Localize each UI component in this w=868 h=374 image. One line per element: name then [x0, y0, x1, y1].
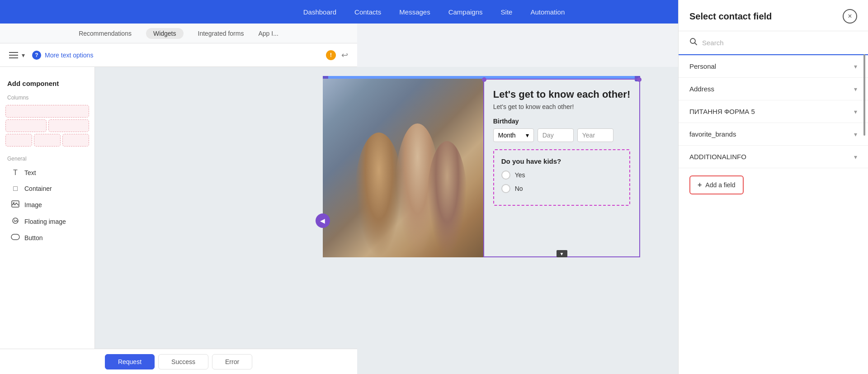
component-floating-image[interactable]: Floating image [4, 213, 91, 230]
yes-option[interactable]: Yes [501, 170, 623, 180]
yes-label: Yes [515, 171, 525, 179]
general-section-label: General [0, 152, 94, 165]
right-panel-title: Select contact field [689, 11, 772, 22]
address-label: Address [689, 85, 714, 93]
personal-label: Personal [689, 62, 716, 70]
favorite-brands-chevron: ▾ [854, 131, 857, 138]
add-field-button[interactable]: + Add a field [689, 175, 744, 194]
component-text[interactable]: T Text [4, 165, 91, 180]
subnav-app[interactable]: App I... [258, 30, 278, 37]
people-image [323, 79, 483, 257]
pytannya-label: ПИТАННЯ ФОРМА 5 [689, 108, 755, 115]
pytannya-chevron: ▾ [854, 108, 857, 115]
svg-rect-4 [11, 234, 19, 240]
section-address[interactable]: Address ▾ [679, 78, 868, 100]
section-additionalinfo[interactable]: ADDITIONALINFO ▾ [679, 146, 868, 168]
form-content: Let's get to know each other! Let's get … [483, 79, 641, 257]
year-input[interactable]: Year [577, 128, 613, 142]
column-1col[interactable] [5, 105, 89, 118]
subnav-integrated-forms[interactable]: Integrated forms [198, 30, 244, 37]
no-option[interactable]: No [501, 184, 623, 193]
column-2col[interactable] [5, 119, 89, 132]
expand-arrow[interactable]: ▼ [557, 250, 567, 257]
subnav-widgets[interactable]: Widgets [146, 28, 184, 39]
more-text-options-button[interactable]: ? More text options [32, 51, 93, 60]
scrollbar[interactable] [863, 55, 865, 136]
birthday-label: Birthday [493, 118, 631, 125]
button-icon [11, 234, 20, 242]
month-label: Month [498, 132, 516, 139]
column-3col[interactable] [5, 134, 89, 147]
section-personal[interactable]: Personal ▾ [679, 55, 868, 78]
text-icon: T [11, 169, 20, 177]
search-row [679, 31, 868, 55]
undo-button[interactable]: ↩ [341, 50, 348, 60]
search-icon [689, 38, 698, 48]
month-select[interactable]: Month ▾ [493, 128, 534, 142]
svg-point-2 [13, 218, 18, 223]
no-radio[interactable] [501, 184, 510, 193]
tab-error[interactable]: Error [212, 354, 252, 369]
container-icon: □ [11, 185, 20, 193]
tab-request[interactable]: Request [105, 354, 155, 369]
day-input[interactable]: Day [538, 128, 574, 142]
component-container-label: Container [24, 185, 52, 192]
sub-navigation: Recommendations Widgets Integrated forms… [0, 24, 357, 43]
svg-point-3 [14, 220, 15, 221]
kids-question: Do you have kids? [501, 157, 623, 165]
help-icon: ? [32, 51, 41, 60]
subnav-recommendations[interactable]: Recommendations [79, 30, 132, 37]
image-icon [11, 200, 20, 209]
nav-contacts[interactable]: Contacts [354, 8, 381, 16]
hamburger-menu[interactable]: ▾ [9, 52, 25, 59]
additionalinfo-chevron: ▾ [854, 153, 857, 161]
nav-messages[interactable]: Messages [399, 8, 430, 16]
section-favorite-brands[interactable]: favorite_brands ▾ [679, 123, 868, 146]
nav-dashboard[interactable]: Dashboard [303, 8, 336, 16]
add-component-title: Add component [0, 74, 94, 91]
form-subtitle: Let's get to know each other! [493, 103, 631, 110]
nav-site[interactable]: Site [501, 8, 513, 16]
add-field-label: Add a field [705, 181, 735, 189]
search-input[interactable] [702, 39, 857, 47]
address-chevron: ▾ [854, 85, 857, 93]
component-container[interactable]: □ Container [4, 181, 91, 196]
editor-toolbar: ▾ ? More text options ! ↩ [0, 43, 357, 67]
bottom-tabs: Request Success Error [0, 349, 357, 374]
component-image[interactable]: Image [4, 197, 91, 213]
nav-campaigns[interactable]: Campaigns [448, 8, 483, 16]
component-floating-image-label: Floating image [24, 218, 66, 225]
nav-automation[interactable]: Automation [530, 8, 565, 16]
birthday-row: Month ▾ Day Year [493, 128, 631, 142]
month-chevron: ▾ [526, 132, 529, 139]
right-panel-header: Select contact field × [679, 0, 868, 31]
floating-image-icon [11, 217, 20, 226]
corner-dot-tr [637, 77, 642, 82]
yes-radio[interactable] [501, 170, 510, 180]
close-button[interactable]: × [843, 9, 857, 24]
form-title: Let's get to know each other! [493, 89, 631, 100]
corner-dot-tl [482, 77, 486, 82]
warning-indicator: ! [326, 50, 336, 60]
year-label: Year [582, 132, 595, 139]
field-list: Personal ▾ Address ▾ ПИТАННЯ ФОРМА 5 ▾ f… [679, 55, 868, 374]
toolbar-right-actions: ! ↩ [326, 50, 348, 60]
additionalinfo-label: ADDITIONALINFO [689, 153, 746, 161]
more-text-options-label: More text options [45, 52, 93, 59]
plus-icon: + [698, 181, 702, 189]
favorite-brands-label: favorite_brands [689, 130, 736, 138]
component-button[interactable]: Button [4, 230, 91, 246]
columns-section-label: Columns [0, 91, 94, 104]
component-text-label: Text [24, 169, 36, 176]
right-panel: Select contact field × Personal ▾ Addres… [678, 0, 868, 374]
section-pytannya[interactable]: ПИТАННЯ ФОРМА 5 ▾ [679, 100, 868, 123]
day-label: Day [542, 132, 554, 139]
personal-chevron: ▾ [854, 63, 857, 70]
canvas-nav-left[interactable]: ◀ [316, 213, 330, 228]
no-label: No [515, 185, 523, 192]
tab-success[interactable]: Success [158, 354, 208, 369]
kids-section: Do you have kids? Yes No [493, 149, 631, 206]
left-sidebar: Add component Columns General T Text □ C… [0, 67, 95, 374]
widget-container: Let's get to know each other! Let's get … [323, 76, 641, 365]
component-image-label: Image [24, 201, 42, 208]
